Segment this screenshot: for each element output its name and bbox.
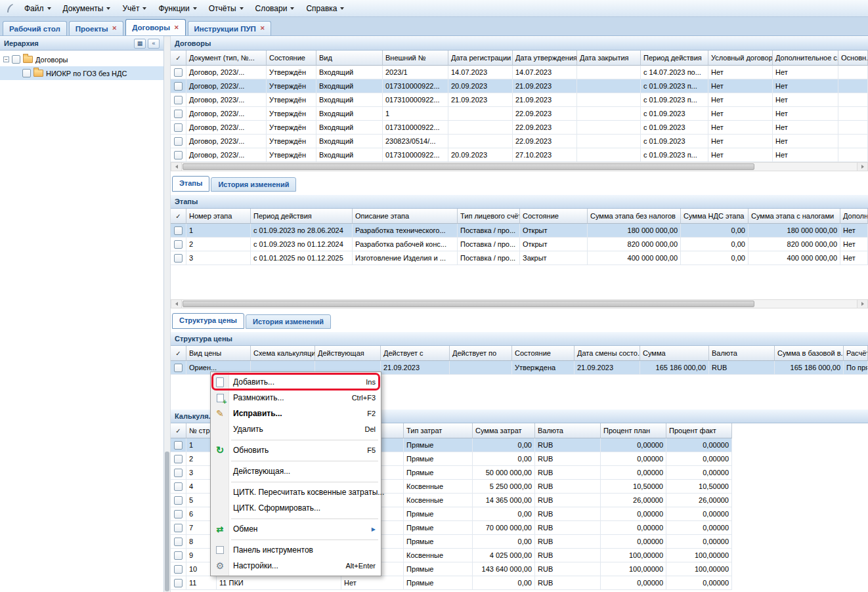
scroll-right-arrow-icon[interactable] <box>857 300 867 308</box>
column-header[interactable]: Описание этапа <box>353 209 458 224</box>
checkbox[interactable] <box>174 123 183 132</box>
tab-close-icon[interactable]: ✕ <box>112 26 118 32</box>
column-header[interactable]: Дата смены состо... <box>575 346 640 361</box>
column-header[interactable]: Условный договор <box>708 51 773 66</box>
context-menu-item[interactable]: Размножить...Ctrl+F3 <box>211 390 381 406</box>
checkbox[interactable] <box>174 68 183 77</box>
vertical-scrollbar-thumb[interactable] <box>165 452 169 591</box>
section-tab[interactable]: История изменений <box>246 314 331 329</box>
checkbox[interactable] <box>174 565 183 574</box>
checkbox[interactable] <box>174 110 183 118</box>
column-header[interactable]: Внешний № <box>383 51 448 66</box>
stages-hscrollbar-track[interactable] <box>755 300 857 308</box>
context-menu-item[interactable]: Панель инструментов <box>211 542 381 558</box>
workspace-tab[interactable]: Договоры✕ <box>125 19 185 35</box>
section-tab[interactable]: Этапы <box>172 176 209 192</box>
column-header[interactable]: Тип лицевого счёт <box>458 209 520 224</box>
tree-node[interactable]: НИОКР по ГОЗ без НДС <box>0 66 163 80</box>
column-header[interactable]: Тип затрат <box>404 423 473 438</box>
context-menu-item[interactable]: ЦИТК. Пересчитать косвенные затраты... <box>211 484 381 500</box>
column-header[interactable]: Состояние <box>520 209 588 224</box>
column-header[interactable]: Действующая <box>315 346 381 361</box>
contracts-hscrollbar-track[interactable] <box>755 163 857 171</box>
menubar-item[interactable]: Справка <box>300 0 350 16</box>
workspace-tab[interactable]: Инструкции ПУП✕ <box>188 21 272 35</box>
checkbox[interactable] <box>174 364 183 372</box>
column-header[interactable]: Действует по <box>450 346 512 361</box>
checkbox[interactable] <box>174 579 183 587</box>
column-header[interactable]: Состояние <box>267 51 316 66</box>
contracts-hscrollbar-thumb[interactable] <box>183 163 754 170</box>
column-header[interactable]: Документ (тип, №... <box>186 51 267 66</box>
menubar-item[interactable]: Учёт <box>116 0 152 16</box>
section-tab[interactable]: История изменений <box>211 177 296 192</box>
scroll-right-arrow-icon[interactable] <box>857 163 867 171</box>
table-row[interactable]: Договор, 2023/...УтверждёнВходящий230823… <box>171 135 868 148</box>
stages-hscrollbar-thumb[interactable] <box>183 301 754 307</box>
checkbox[interactable] <box>174 510 183 518</box>
checkbox[interactable] <box>174 441 183 450</box>
collapse-panel-icon[interactable]: « <box>148 39 160 49</box>
checkbox[interactable] <box>174 137 183 146</box>
table-row[interactable]: Договор, 2023/...УтверждёнВходящий2023/1… <box>171 66 868 79</box>
column-header[interactable]: Схема калькуляци... <box>251 346 315 361</box>
column-header[interactable]: Процент план <box>601 423 666 438</box>
column-header[interactable]: Процент факт <box>666 423 732 438</box>
context-menu-item[interactable]: Исправить...F2 <box>211 406 381 421</box>
column-header[interactable]: Номер этапа <box>186 209 251 224</box>
table-row[interactable]: 1с 01.09.2023 по 28.06.2024Разработка те… <box>171 224 868 238</box>
context-menu-item[interactable]: Добавить...Ins <box>211 374 381 390</box>
checkbox[interactable] <box>174 82 183 91</box>
context-menu-item[interactable]: Обмен▶ <box>211 521 381 537</box>
column-header[interactable]: Период действия <box>641 51 708 66</box>
column-header[interactable]: Вид цены <box>186 346 251 361</box>
column-header[interactable]: ✓ <box>171 346 186 361</box>
column-header[interactable]: ✓ <box>171 51 186 66</box>
column-header[interactable]: Основн... <box>838 51 868 66</box>
checkbox[interactable] <box>174 254 183 263</box>
column-header[interactable]: Дата закрытия <box>577 51 641 66</box>
table-row[interactable]: Договор, 2023/...УтверждёнВходящий017310… <box>171 148 868 162</box>
tree-expander-icon[interactable]: − <box>3 56 9 62</box>
table-row[interactable]: 3с 01.01.2025 по 01.12.2025Изготовление … <box>171 251 868 265</box>
tab-close-icon[interactable]: ✕ <box>260 26 265 32</box>
column-header[interactable]: Расчёт... <box>844 346 868 361</box>
menubar-item[interactable]: Функции <box>152 0 202 16</box>
checkbox[interactable] <box>174 226 183 235</box>
context-menu-item[interactable]: ОбновитьF5 <box>211 442 381 458</box>
stages-hscrollbar[interactable] <box>171 299 868 308</box>
context-menu-item[interactable]: Действующая... <box>211 463 381 479</box>
vertical-scrollbar[interactable] <box>164 36 171 592</box>
column-header[interactable]: Сумма <box>640 346 709 361</box>
context-menu-item[interactable]: ЦИТК. Сформировать... <box>211 500 381 516</box>
checkbox[interactable] <box>22 69 31 77</box>
menubar-item[interactable]: Словари <box>250 0 301 16</box>
tab-close-icon[interactable]: ✕ <box>174 25 179 31</box>
section-tab[interactable]: Структура цены <box>172 313 244 329</box>
column-header[interactable]: Валюта <box>709 346 775 361</box>
checkbox[interactable] <box>174 482 183 491</box>
checkbox[interactable] <box>174 469 183 477</box>
column-header[interactable]: Сумма затрат <box>473 423 535 438</box>
menubar-item[interactable]: Отчёты <box>203 0 250 16</box>
checkbox[interactable] <box>174 551 183 560</box>
checkbox[interactable] <box>174 240 183 249</box>
workspace-tab[interactable]: Рабочий стол <box>3 21 67 35</box>
contracts-hscrollbar[interactable] <box>171 162 868 171</box>
scroll-left-arrow-icon[interactable] <box>171 300 182 308</box>
menubar-item[interactable]: Документы <box>57 0 117 16</box>
grid-view-icon[interactable]: ▦ <box>134 39 146 49</box>
tree-node[interactable]: −Договоры <box>0 53 163 66</box>
column-header[interactable]: Сумма этапа без налогов <box>588 209 681 224</box>
column-header[interactable]: ✓ <box>171 423 186 438</box>
column-header[interactable]: Дополнительное с... <box>773 51 838 66</box>
column-header[interactable]: Период действия <box>251 209 353 224</box>
column-header[interactable]: Сумма этапа с налогами <box>749 209 840 224</box>
column-header[interactable]: Дата утверждения <box>513 51 577 66</box>
checkbox[interactable] <box>174 538 183 546</box>
menubar-item[interactable]: Файл <box>18 0 57 16</box>
context-menu-item[interactable]: УдалитьDel <box>211 421 381 437</box>
context-menu-item[interactable]: Настройки...Alt+Enter <box>211 558 381 574</box>
checkbox[interactable] <box>174 96 183 104</box>
table-row[interactable]: 2с 01.09.2023 по 01.12.2024Разработка ра… <box>171 238 868 251</box>
